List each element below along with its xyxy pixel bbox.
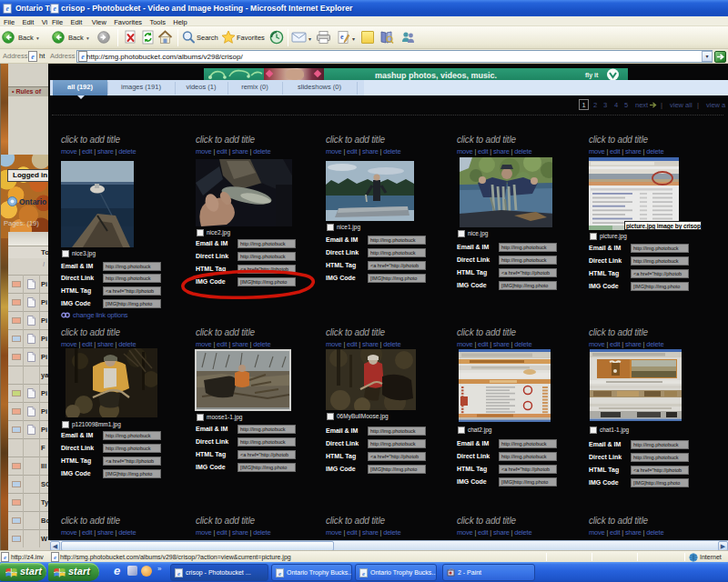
svg-text:e: e <box>53 5 56 13</box>
svg-text:e: e <box>81 53 85 61</box>
svg-text:e: e <box>340 33 344 41</box>
svg-text:e: e <box>362 570 365 577</box>
svg-text:e: e <box>4 554 6 561</box>
svg-text:e: e <box>278 570 281 577</box>
svg-text:e: e <box>5 5 9 13</box>
svg-text:e: e <box>31 53 35 61</box>
svg-text:e: e <box>54 554 56 561</box>
svg-text:e: e <box>177 570 180 577</box>
